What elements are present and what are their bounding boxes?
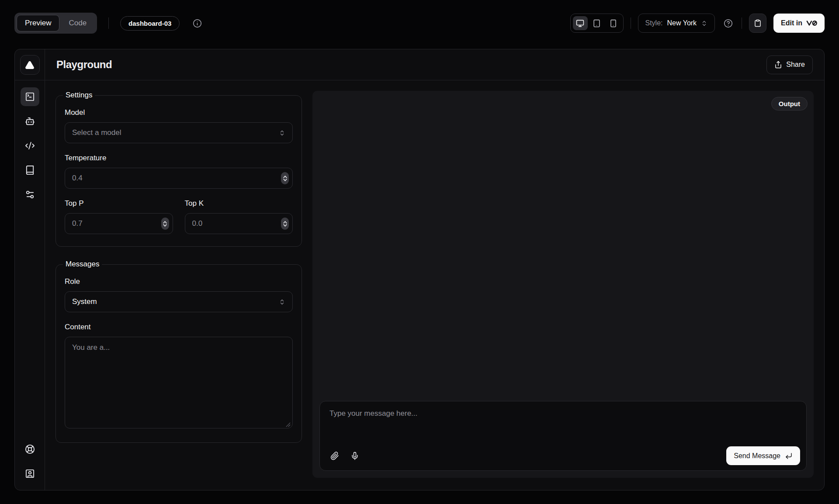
configuration-column: Settings Model Select a model Temperatur… (55, 91, 302, 478)
triangle-logo-icon (25, 60, 35, 69)
temperature-input[interactable] (65, 168, 293, 189)
message-input[interactable] (326, 406, 800, 443)
style-select[interactable]: Style: New York (638, 14, 715, 33)
share-button[interactable]: Share (766, 55, 813, 74)
number-stepper[interactable] (281, 172, 289, 184)
tab-code[interactable]: Code (60, 15, 95, 31)
number-stepper[interactable] (281, 217, 289, 230)
role-select-value: System (72, 297, 279, 306)
model-select[interactable]: Select a model (65, 122, 293, 143)
attach-file-button[interactable] (326, 447, 343, 465)
device-preview-toggle (570, 14, 624, 33)
settings-fieldset: Settings Model Select a model Temperatur… (55, 91, 302, 247)
sidebar-item-help[interactable] (21, 440, 39, 459)
role-label: Role (65, 277, 293, 286)
device-desktop-button[interactable] (573, 16, 588, 30)
preview-frame: Playground Share (14, 49, 825, 490)
sidebar-item-documentation[interactable] (21, 161, 39, 180)
edit-in-v0-button[interactable]: Edit in (773, 14, 825, 33)
sidebar-item-playground[interactable] (21, 87, 39, 106)
toolbar-divider (631, 17, 631, 29)
temperature-label: Temperature (65, 154, 293, 162)
messages-legend: Messages (63, 260, 102, 269)
square-user-icon (25, 469, 35, 479)
sidebar-rail (15, 80, 45, 490)
toolbar-divider (742, 17, 742, 29)
chevrons-up-down-icon (701, 20, 707, 27)
info-icon (193, 19, 202, 28)
view-mode-toggle: Preview Code (14, 13, 97, 34)
page-title: Playground (56, 59, 112, 71)
share-icon (774, 61, 782, 69)
life-buoy-icon (25, 444, 35, 454)
number-stepper[interactable] (161, 217, 169, 230)
corner-down-left-icon (785, 452, 793, 460)
help-circle-icon (724, 19, 733, 28)
top-toolbar: Preview Code dashboard-03 (0, 0, 839, 46)
app-logo-button[interactable] (20, 55, 40, 75)
role-select[interactable]: System (65, 291, 293, 312)
toolbar-divider (108, 17, 109, 29)
edit-in-v0-label: Edit in (781, 19, 802, 27)
sidebar-item-models[interactable] (21, 112, 39, 131)
model-label: Model (65, 108, 293, 117)
send-message-label: Send Message (734, 452, 780, 460)
style-select-label: Style: (645, 19, 663, 27)
app-header: Playground Share (15, 49, 824, 80)
top-p-label: Top P (65, 199, 173, 208)
messages-fieldset: Messages Role System Content (55, 260, 302, 443)
help-button[interactable] (722, 17, 735, 30)
output-badge: Output (771, 97, 808, 110)
output-panel: Output (312, 91, 814, 478)
device-tablet-button[interactable] (589, 16, 604, 30)
copy-code-button[interactable] (749, 14, 766, 33)
settings-legend: Settings (63, 91, 95, 100)
content-label: Content (65, 323, 293, 331)
device-mobile-button[interactable] (606, 16, 621, 30)
book-icon (25, 165, 35, 175)
share-button-label: Share (786, 61, 805, 69)
bot-icon (25, 116, 35, 126)
send-message-button[interactable]: Send Message (726, 446, 800, 465)
square-terminal-icon (25, 92, 35, 102)
code-icon (25, 141, 35, 151)
message-composer: Send Message (319, 401, 807, 471)
sidebar-item-account[interactable] (21, 464, 39, 483)
top-p-input[interactable] (65, 213, 173, 234)
top-k-label: Top K (185, 199, 293, 208)
project-name-badge: dashboard-03 (120, 16, 180, 31)
content-textarea[interactable] (65, 337, 293, 428)
smartphone-icon (609, 19, 617, 28)
mic-icon (350, 452, 359, 460)
tab-preview[interactable]: Preview (17, 15, 59, 31)
settings-sliders-icon (25, 190, 35, 200)
chevrons-up-down-icon (279, 299, 285, 305)
style-select-value: New York (667, 19, 697, 27)
tablet-icon (593, 19, 601, 28)
chevrons-up-down-icon (279, 130, 285, 136)
top-k-input[interactable] (185, 213, 293, 234)
paperclip-icon (330, 452, 339, 460)
sidebar-item-api[interactable] (21, 136, 39, 155)
sidebar-item-settings[interactable] (21, 185, 39, 204)
monitor-icon (576, 19, 584, 28)
model-select-placeholder: Select a model (72, 128, 279, 137)
info-button[interactable] (191, 17, 204, 30)
use-microphone-button[interactable] (346, 447, 364, 465)
clipboard-icon (754, 19, 762, 27)
v0-logo-icon (806, 20, 817, 26)
